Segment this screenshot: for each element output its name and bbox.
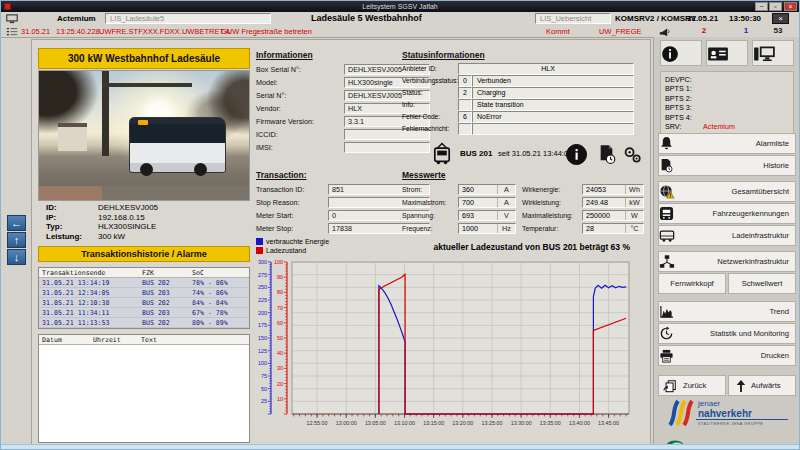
alarm-count-pending: 1 — [735, 25, 757, 37]
temperatur-value: 28 — [583, 224, 626, 233]
connected-bus-label: BUS 201 — [460, 149, 492, 158]
minimize-icon[interactable]: − — [755, 2, 768, 11]
table-row[interactable]: 31.05.21 11:34:11BUS 20367% - 78% — [39, 308, 249, 318]
imsi-input[interactable] — [344, 142, 430, 153]
alarm-log-icon[interactable] — [6, 27, 18, 37]
detail-panel: Informationen Box Serial N°:DEHLXESVJ005… — [254, 46, 634, 438]
info-button[interactable] — [566, 144, 587, 165]
svg-text:13:35:00: 13:35:00 — [540, 420, 561, 426]
table-row[interactable]: 31.05.21 12:10:38BUS 20284% - 84% — [39, 298, 249, 308]
svg-text:13:15:00: 13:15:00 — [423, 420, 444, 426]
globe-warning-icon — [659, 184, 683, 199]
svg-text:100: 100 — [274, 259, 283, 265]
nav-arrows: ← ↑ ↓ — [7, 215, 26, 266]
svg-text:100: 100 — [258, 360, 267, 366]
sidebar-item-fahrzeugerkennungen[interactable]: Fahrzeugerkennungen — [658, 203, 796, 224]
svg-text:13:45:00: 13:45:00 — [598, 420, 619, 426]
col-soc: SoC — [190, 268, 249, 277]
fehlercode-value: NoError — [472, 111, 634, 123]
svg-text:40: 40 — [277, 350, 283, 356]
sidebar-item-aufwaerts[interactable]: Aufwärts — [728, 375, 796, 396]
sidebar-item-statistik[interactable]: Statistik und Monitoring — [658, 323, 796, 344]
app-window: Leitsystem SGSV Jaflah − ▫ × Actemium LI… — [0, 0, 800, 450]
section-informationen: Informationen — [256, 50, 313, 60]
section-messwerte: Messwerte — [402, 170, 445, 180]
alarm-message: GUW Fregestraße betreten — [221, 25, 312, 38]
svg-text:13:20:00: 13:20:00 — [452, 420, 473, 426]
sidebar-info-button[interactable] — [660, 40, 702, 66]
current-picture-field[interactable]: LIS_Ladesäule5 — [105, 13, 271, 24]
station-photo — [38, 70, 250, 201]
sidebar-item-historie[interactable]: Historie — [658, 155, 796, 176]
header-close-button[interactable]: × — [772, 13, 789, 24]
spannung-value: 693 — [459, 211, 498, 220]
window-title: Leitsystem SGSV Jaflah — [1, 1, 799, 12]
svg-text:75: 75 — [261, 373, 267, 379]
network-icon — [659, 254, 683, 269]
svg-text:200: 200 — [258, 310, 267, 316]
svg-text:150: 150 — [258, 335, 267, 341]
report-history-button[interactable] — [596, 144, 617, 165]
close-icon[interactable]: × — [784, 2, 797, 11]
sidebar-item-schwellwert[interactable]: Schwellwert — [728, 273, 796, 294]
station-type: HLX300SINGLE — [98, 222, 156, 232]
svg-text:300: 300 — [258, 259, 267, 265]
nav-up-button[interactable]: ↑ — [7, 232, 26, 248]
col-fzk: FZK — [142, 268, 190, 277]
sidebar-item-ladeinfrastruktur[interactable]: Ladeinfrastruktur — [658, 225, 796, 246]
jenaer-nahverkehr-logo: jenaer nahverkehr STADTWERKE JENA GRUPPE — [668, 397, 792, 437]
station-title: 300 kW Westbahnhof Ladesäule — [38, 48, 250, 69]
info-label: ID: — [38, 203, 98, 213]
svg-text:13:25:00: 13:25:00 — [481, 420, 502, 426]
header-date: 31.05.21 — [687, 12, 718, 25]
horn-icon[interactable] — [659, 26, 671, 37]
maxleistung-value: 250000 — [583, 211, 626, 220]
sidebar-item-zurueck[interactable]: Zurück — [658, 375, 726, 396]
overview-field[interactable]: LIS_Uebersicht — [535, 13, 611, 24]
bus-outline-icon — [659, 229, 683, 243]
messwerte-col1: Strom:360A Maximalstrom:700A Spannung:69… — [402, 183, 518, 235]
alarm-state: Kommt — [546, 25, 570, 38]
printer-icon — [659, 349, 683, 363]
header: Actemium LIS_Ladesäule5 Ladesäule 5 West… — [1, 12, 799, 38]
vehicle-id-icon — [659, 206, 683, 221]
chart-legend: verbrauchte Energie Ladezustand — [256, 238, 329, 255]
photo-bus-wheel — [194, 163, 207, 176]
nav-down-button[interactable]: ↓ — [7, 249, 26, 265]
col-uhrzeit: Uhrzeit — [93, 335, 139, 344]
table-row[interactable]: 31.05.21 12:34:05BUS 20374% - 86% — [39, 288, 249, 298]
sidebar-item-netzwerkinfrastruktur[interactable]: Netzwerkinfrastruktur — [658, 251, 796, 272]
alarm-date: 31.05.21 — [21, 25, 50, 38]
svg-text:20: 20 — [277, 381, 283, 387]
station-power: 300 kW — [98, 232, 125, 242]
settings-gears-icon[interactable] — [622, 144, 643, 165]
info-label: Typ: — [38, 222, 98, 232]
nav-left-button[interactable]: ← — [7, 215, 26, 231]
sidebar-item-alarmliste[interactable]: Alarmliste — [658, 133, 796, 154]
info-label: IP: — [38, 213, 98, 223]
sidebar-screens-button[interactable] — [752, 40, 794, 66]
stats-clock-icon — [659, 326, 683, 341]
window-bottom-edge — [1, 444, 799, 449]
tram-icon — [430, 141, 454, 165]
sidebar-item-fernwirkkopf[interactable]: Fernwirkkopf — [658, 273, 726, 294]
table-row[interactable]: 31.05.21 13:14:19BUS 20278% - 86% — [39, 278, 249, 288]
table-row[interactable]: 31.05.21 11:13:53BUS 20280% - 89% — [39, 318, 249, 328]
frequenz-value: 1000 — [459, 224, 498, 233]
connected-bus-since: seit 31.05.21 13:44:02 — [498, 149, 572, 158]
workstation-status-icon[interactable] — [6, 14, 18, 24]
sidebar-item-trend[interactable]: Trend — [658, 301, 796, 322]
photo-building — [58, 123, 87, 151]
legend-soc-swatch — [256, 247, 263, 254]
up-arrow-icon — [735, 379, 747, 393]
sidebar-item-gesamtuebersicht[interactable]: Gesamtübersicht — [658, 181, 796, 202]
anbieter-value: HLX — [458, 63, 634, 75]
alarm-table-body[interactable] — [39, 345, 249, 442]
info-label: Leistung: — [38, 232, 98, 242]
sidebar-item-drucken[interactable]: Drucken — [658, 345, 796, 366]
station-ip: 192.168.0.15 — [98, 213, 145, 223]
window-titlebar: Leitsystem SGSV Jaflah − ▫ × — [1, 1, 799, 12]
sidebar-contacts-button[interactable] — [706, 40, 748, 66]
maximize-icon[interactable]: ▫ — [769, 2, 782, 11]
info-value: State transition — [472, 99, 634, 111]
